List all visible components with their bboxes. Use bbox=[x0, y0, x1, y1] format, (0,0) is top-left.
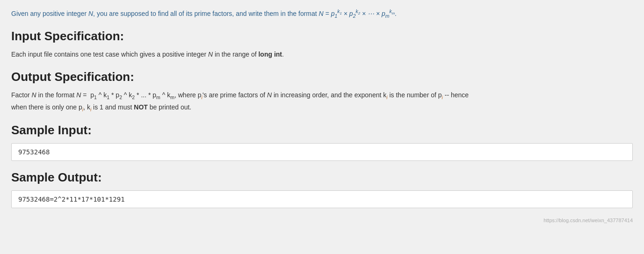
input-spec-heading: Input Specification: bbox=[11, 29, 633, 44]
output-spec-text: Factor N in the format N = p1 ^ k1 * p2 … bbox=[11, 90, 633, 114]
sample-input-value: 97532468 bbox=[18, 148, 50, 156]
input-spec-text: Each input file contains one test case w… bbox=[11, 49, 633, 60]
sample-output-value: 97532468=2^2*11*17*101*1291 bbox=[18, 196, 125, 203]
intro-N: N bbox=[88, 10, 93, 17]
output-spec-heading: Output Specification: bbox=[11, 70, 633, 84]
sample-input-box: 97532468 bbox=[11, 143, 633, 161]
sample-output-heading: Sample Output: bbox=[11, 170, 633, 185]
watermark: https://blog.csdn.net/weixn_437787414 bbox=[11, 218, 633, 223]
watermark-text: https://blog.csdn.net/weixn_437787414 bbox=[543, 218, 633, 223]
intro-formula: N = p1k1 × p2k2 × ⋯ × pmkm. bbox=[319, 10, 397, 17]
sample-output-box: 97532468=2^2*11*17*101*1291 bbox=[11, 190, 633, 208]
intro-paragraph: Given any positive integer N, you are su… bbox=[11, 7, 633, 20]
sample-input-heading: Sample Input: bbox=[11, 123, 633, 138]
